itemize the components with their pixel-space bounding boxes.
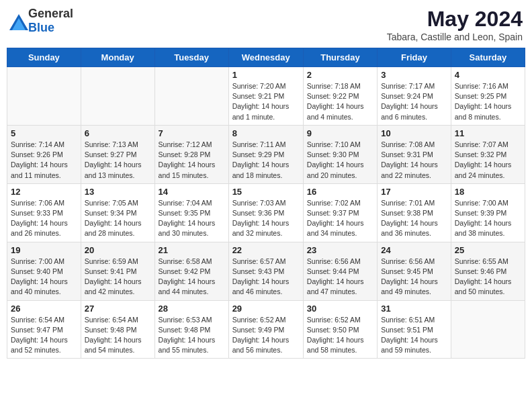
day-number: 25	[455, 245, 521, 255]
day-info: Sunrise: 6:59 AMSunset: 9:41 PMDaylight:…	[85, 257, 151, 298]
day-number: 3	[381, 70, 447, 80]
day-info: Sunrise: 6:52 AMSunset: 9:49 PMDaylight:…	[232, 315, 300, 356]
calendar-cell: 18Sunrise: 7:00 AMSunset: 9:39 PMDayligh…	[451, 183, 525, 242]
weekday-header: Tuesday	[154, 48, 228, 67]
calendar-cell: 10Sunrise: 7:08 AMSunset: 9:31 PMDayligh…	[378, 125, 451, 183]
day-info: Sunrise: 7:20 AMSunset: 9:21 PMDaylight:…	[232, 81, 300, 122]
day-info: Sunrise: 6:57 AMSunset: 9:43 PMDaylight:…	[232, 257, 300, 298]
day-number: 19	[11, 245, 77, 255]
calendar-cell: 11Sunrise: 7:07 AMSunset: 9:32 PMDayligh…	[451, 125, 525, 183]
calendar-cell: 3Sunrise: 7:17 AMSunset: 9:24 PMDaylight…	[378, 67, 451, 126]
weekday-header: Wednesday	[228, 48, 303, 67]
day-info: Sunrise: 7:01 AMSunset: 9:38 PMDaylight:…	[381, 198, 447, 239]
calendar-cell	[451, 300, 525, 359]
day-info: Sunrise: 7:08 AMSunset: 9:31 PMDaylight:…	[381, 140, 447, 181]
weekday-header: Thursday	[303, 48, 377, 67]
calendar-cell: 30Sunrise: 6:52 AMSunset: 9:50 PMDayligh…	[303, 300, 377, 359]
subtitle: Tabara, Castille and Leon, Spain	[387, 32, 523, 42]
calendar-cell	[154, 67, 228, 126]
day-info: Sunrise: 7:06 AMSunset: 9:33 PMDaylight:…	[11, 198, 77, 239]
calendar-week-row: 26Sunrise: 6:54 AMSunset: 9:47 PMDayligh…	[7, 300, 525, 359]
day-number: 11	[455, 128, 521, 138]
day-info: Sunrise: 6:56 AMSunset: 9:45 PMDaylight:…	[381, 257, 447, 298]
day-number: 7	[159, 128, 225, 138]
day-info: Sunrise: 7:00 AMSunset: 9:39 PMDaylight:…	[455, 198, 521, 239]
day-number: 29	[232, 304, 300, 314]
day-info: Sunrise: 7:03 AMSunset: 9:36 PMDaylight:…	[232, 198, 300, 239]
day-info: Sunrise: 7:13 AMSunset: 9:27 PMDaylight:…	[85, 140, 151, 181]
calendar-cell: 2Sunrise: 7:18 AMSunset: 9:22 PMDaylight…	[303, 67, 377, 126]
calendar-cell: 29Sunrise: 6:52 AMSunset: 9:49 PMDayligh…	[228, 300, 303, 359]
calendar-cell: 4Sunrise: 7:16 AMSunset: 9:25 PMDaylight…	[451, 67, 525, 126]
day-info: Sunrise: 6:51 AMSunset: 9:51 PMDaylight:…	[381, 315, 447, 356]
logo-general: General	[28, 7, 73, 20]
weekday-header: Saturday	[451, 48, 525, 67]
calendar-cell: 5Sunrise: 7:14 AMSunset: 9:26 PMDaylight…	[7, 125, 81, 183]
day-info: Sunrise: 7:04 AMSunset: 9:35 PMDaylight:…	[159, 198, 225, 239]
calendar-week-row: 5Sunrise: 7:14 AMSunset: 9:26 PMDaylight…	[7, 125, 525, 183]
logo-icon	[9, 14, 26, 28]
calendar-cell: 25Sunrise: 6:55 AMSunset: 9:46 PMDayligh…	[451, 242, 525, 300]
calendar-cell: 17Sunrise: 7:01 AMSunset: 9:38 PMDayligh…	[378, 183, 451, 242]
day-info: Sunrise: 6:55 AMSunset: 9:46 PMDaylight:…	[455, 257, 521, 298]
calendar-cell: 12Sunrise: 7:06 AMSunset: 9:33 PMDayligh…	[7, 183, 81, 242]
logo-text: General Blue	[28, 7, 73, 35]
calendar-table: SundayMondayTuesdayWednesdayThursdayFrid…	[7, 48, 525, 359]
weekday-header: Monday	[81, 48, 154, 67]
main-title: May 2024	[387, 7, 523, 32]
day-number: 31	[381, 304, 447, 314]
weekday-header: Friday	[378, 48, 451, 67]
day-number: 18	[455, 187, 521, 197]
day-number: 6	[85, 128, 151, 138]
day-info: Sunrise: 7:00 AMSunset: 9:40 PMDaylight:…	[11, 257, 77, 298]
logo: General Blue	[9, 7, 73, 35]
calendar-week-row: 19Sunrise: 7:00 AMSunset: 9:40 PMDayligh…	[7, 242, 525, 300]
day-info: Sunrise: 7:11 AMSunset: 9:29 PMDaylight:…	[232, 140, 300, 181]
calendar-week-row: 1Sunrise: 7:20 AMSunset: 9:21 PMDaylight…	[7, 67, 525, 126]
day-number: 8	[232, 128, 300, 138]
calendar-cell: 1Sunrise: 7:20 AMSunset: 9:21 PMDaylight…	[228, 67, 303, 126]
day-info: Sunrise: 7:14 AMSunset: 9:26 PMDaylight:…	[11, 140, 77, 181]
day-number: 5	[11, 128, 77, 138]
calendar-cell: 19Sunrise: 7:00 AMSunset: 9:40 PMDayligh…	[7, 242, 81, 300]
title-section: May 2024 Tabara, Castille and Leon, Spai…	[387, 7, 523, 42]
day-info: Sunrise: 7:02 AMSunset: 9:37 PMDaylight:…	[307, 198, 373, 239]
day-number: 17	[381, 187, 447, 197]
calendar-cell: 6Sunrise: 7:13 AMSunset: 9:27 PMDaylight…	[81, 125, 154, 183]
day-info: Sunrise: 7:16 AMSunset: 9:25 PMDaylight:…	[455, 81, 521, 122]
calendar-cell: 21Sunrise: 6:58 AMSunset: 9:42 PMDayligh…	[154, 242, 228, 300]
day-info: Sunrise: 6:56 AMSunset: 9:44 PMDaylight:…	[307, 257, 373, 298]
day-info: Sunrise: 6:54 AMSunset: 9:48 PMDaylight:…	[85, 315, 151, 356]
day-number: 16	[307, 187, 373, 197]
calendar-cell: 7Sunrise: 7:12 AMSunset: 9:28 PMDaylight…	[154, 125, 228, 183]
calendar-cell: 14Sunrise: 7:04 AMSunset: 9:35 PMDayligh…	[154, 183, 228, 242]
calendar-cell: 23Sunrise: 6:56 AMSunset: 9:44 PMDayligh…	[303, 242, 377, 300]
calendar-cell: 24Sunrise: 6:56 AMSunset: 9:45 PMDayligh…	[378, 242, 451, 300]
day-number: 30	[307, 304, 373, 314]
calendar-cell: 16Sunrise: 7:02 AMSunset: 9:37 PMDayligh…	[303, 183, 377, 242]
day-number: 23	[307, 245, 373, 255]
day-number: 27	[85, 304, 151, 314]
day-info: Sunrise: 6:53 AMSunset: 9:48 PMDaylight:…	[159, 315, 225, 356]
calendar-cell: 26Sunrise: 6:54 AMSunset: 9:47 PMDayligh…	[7, 300, 81, 359]
day-number: 4	[455, 70, 521, 80]
day-info: Sunrise: 7:05 AMSunset: 9:34 PMDaylight:…	[85, 198, 151, 239]
calendar-cell: 22Sunrise: 6:57 AMSunset: 9:43 PMDayligh…	[228, 242, 303, 300]
calendar-week-row: 12Sunrise: 7:06 AMSunset: 9:33 PMDayligh…	[7, 183, 525, 242]
day-info: Sunrise: 6:52 AMSunset: 9:50 PMDaylight:…	[307, 315, 373, 356]
day-number: 28	[159, 304, 225, 314]
day-number: 15	[232, 187, 300, 197]
day-number: 20	[85, 245, 151, 255]
calendar-cell: 20Sunrise: 6:59 AMSunset: 9:41 PMDayligh…	[81, 242, 154, 300]
day-number: 2	[307, 70, 373, 80]
day-info: Sunrise: 6:58 AMSunset: 9:42 PMDaylight:…	[159, 257, 225, 298]
day-number: 10	[381, 128, 447, 138]
day-info: Sunrise: 6:54 AMSunset: 9:47 PMDaylight:…	[11, 315, 77, 356]
day-number: 21	[159, 245, 225, 255]
day-number: 12	[11, 187, 77, 197]
day-info: Sunrise: 7:10 AMSunset: 9:30 PMDaylight:…	[307, 140, 373, 181]
weekday-header-row: SundayMondayTuesdayWednesdayThursdayFrid…	[7, 48, 525, 67]
calendar-cell: 8Sunrise: 7:11 AMSunset: 9:29 PMDaylight…	[228, 125, 303, 183]
day-number: 24	[381, 245, 447, 255]
day-info: Sunrise: 7:07 AMSunset: 9:32 PMDaylight:…	[455, 140, 521, 181]
